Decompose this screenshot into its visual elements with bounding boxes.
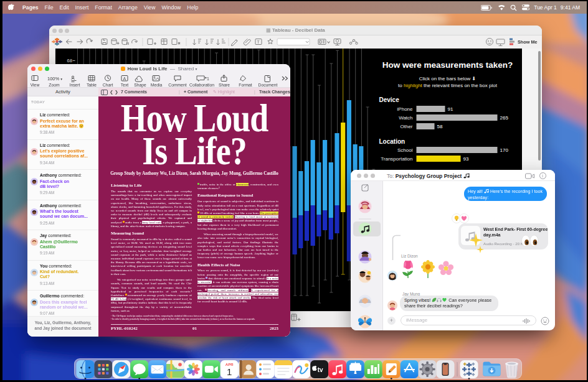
svg-text:Format: Format	[239, 83, 252, 87]
svg-text:Comment: Comment	[168, 83, 187, 87]
svg-text:iPhone: iPhone	[397, 106, 412, 112]
svg-text:Share: Share	[219, 83, 230, 87]
svg-text:Text: Text	[121, 83, 129, 87]
svg-text:tv: tv	[318, 366, 323, 373]
svg-text:1: 1	[207, 77, 209, 81]
svg-text:Chart: Chart	[103, 83, 113, 87]
svg-text:Click on the bars below ⬇: Click on the bars below ⬇	[419, 76, 476, 82]
svg-text:Insert: Insert	[70, 83, 80, 87]
svg-text:to highlight the relevant time: to highlight the relevant times on the b…	[398, 83, 498, 88]
svg-text:91: 91	[447, 106, 453, 112]
svg-text:Media: Media	[151, 83, 163, 87]
svg-text:58: 58	[437, 124, 442, 129]
svg-text:A: A	[123, 77, 126, 81]
svg-text:93: 93	[463, 156, 468, 162]
svg-text:Device: Device	[379, 96, 399, 103]
svg-text:Other: Other	[400, 124, 412, 129]
svg-text:School: School	[397, 147, 413, 153]
svg-text:View: View	[31, 83, 40, 87]
svg-text:Watch: Watch	[399, 115, 412, 121]
svg-text:Shape: Shape	[134, 83, 146, 88]
svg-text:How were measurements taken?: How were measurements taken?	[382, 60, 512, 70]
svg-text:100% ▾: 100% ▾	[47, 76, 62, 82]
svg-text:Transportation: Transportation	[381, 156, 412, 162]
svg-text:APR: APR	[225, 363, 234, 366]
svg-text:Show Me: Show Me	[518, 39, 538, 45]
svg-text:Table: Table	[87, 83, 97, 87]
svg-text:170: 170	[500, 147, 508, 153]
svg-text:Document: Document	[258, 83, 278, 87]
svg-text:Location: Location	[379, 138, 405, 145]
svg-text:Zoom: Zoom	[49, 83, 60, 87]
svg-text:1: 1	[227, 366, 232, 377]
svg-text:265: 265	[500, 115, 508, 121]
svg-text:68: 68	[67, 58, 72, 63]
svg-text:i: i	[542, 173, 543, 179]
svg-text:Collaboration: Collaboration	[189, 83, 214, 87]
svg-text:T: T	[257, 40, 260, 44]
